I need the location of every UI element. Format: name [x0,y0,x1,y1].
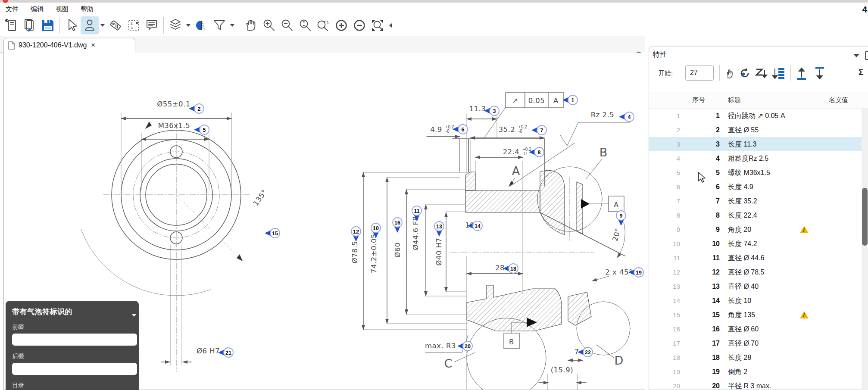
tab-close-icon[interactable]: × [91,41,95,50]
column-title[interactable]: 标题 [728,96,741,104]
scrollbar-thumb[interactable] [862,188,868,246]
table-row[interactable]: 33长度 11.311.3 [649,137,868,151]
table-row[interactable]: 1717直径 Ø 7070 [649,336,868,350]
table-row[interactable]: 1818长度 2828 [649,350,868,365]
start-label: 开始: [658,69,673,78]
pick-hand-icon[interactable] [723,66,736,81]
nominal-value: 28 [821,350,868,365]
balloon-number: 8 [690,208,720,222]
warning-icon [800,226,809,233]
toolbar-more-icon[interactable] [389,23,392,28]
table-row[interactable]: 44粗糙度Rz 2.5 [649,151,868,165]
stamp-dropdown-icon[interactable] [100,24,105,27]
stamp-balloon-icon[interactable] [81,16,99,34]
layers-dropdown-icon[interactable] [186,24,190,27]
move-top-icon[interactable] [795,66,809,81]
prefix-input[interactable] [12,334,137,346]
document-icon [8,41,15,50]
table-row[interactable]: 1616直径 Ø 6060 [649,322,868,336]
sum-icon[interactable]: Σ [859,68,863,77]
table-row[interactable]: 1313直径 Ø 4040 [649,279,868,293]
suffix-label: 后缀 [12,353,24,360]
table-row[interactable]: 77长度 35.235.2 [649,194,868,208]
table-row[interactable]: 66长度 4.94.9 [649,180,868,194]
row-index: 16 [665,322,680,336]
balloon-number: 13 [690,279,720,293]
table-row[interactable]: 1919倒角 22 [649,365,868,379]
new-document-icon[interactable] [3,16,21,34]
renumber-icon[interactable] [737,66,752,81]
zoom-selection-icon[interactable] [296,16,314,34]
zoom-in-icon[interactable] [260,16,278,34]
move-bottom-icon[interactable] [813,66,827,81]
balloon-number: 18 [690,350,720,365]
mirror-view-icon[interactable] [192,16,210,34]
directory-label: 目录 [12,382,24,390]
nominal-value: 40 [821,279,868,293]
table-row[interactable]: 1010长度 74.274.2 [649,237,868,251]
float-panel-collapse-icon[interactable] [131,314,137,317]
layers-icon[interactable] [166,16,184,34]
toolbar: 1A [3,16,394,35]
sort-list-icon[interactable] [771,66,787,81]
panel-scrollbar[interactable] [862,108,868,390]
panel-pin-icon[interactable] [865,51,868,60]
balloon-number: 17 [690,336,720,350]
zoom-out-icon[interactable] [278,16,296,34]
save-icon[interactable] [39,16,57,34]
characteristic-title: 直径 Ø 60 [728,322,818,336]
table-row[interactable]: 22直径 Ø 5555 [649,123,868,137]
characteristic-title: 直径 Ø 40 [728,279,818,293]
filter-dropdown-icon[interactable] [230,24,234,27]
balloon-number: 20 [690,379,720,390]
table-row[interactable]: 55螺纹 M36x1.5 [649,165,868,180]
menu-help[interactable]: 帮助 [81,3,94,15]
version-text: 4. [862,4,868,15]
table-row[interactable]: 1414长度 1010 [649,293,868,308]
menubar: 文件 编辑 视图 帮助 [0,3,94,15]
tab-drawing[interactable]: 930-1200-406-V1.dwg × [3,38,135,53]
characteristic-title: 螺纹 M36x1.5 [728,165,818,180]
row-index: 5 [665,165,680,180]
tag-icon[interactable] [106,16,125,34]
increase-icon[interactable] [332,16,350,34]
table-row[interactable]: 88长度 22.422.4 [649,208,868,222]
open-document-icon[interactable] [21,16,39,34]
close-window-icon[interactable] [3,0,8,3]
panel-collapse-icon[interactable] [853,54,859,57]
balloon-number: 3 [690,137,720,151]
prefix-label: 前缀 [12,323,24,331]
menu-edit[interactable]: 编辑 [31,3,44,15]
column-nominal[interactable]: 名义值 [829,96,848,104]
tab-label: 930-1200-406-V1.dwg [19,41,87,49]
toolbar-separator [59,17,60,34]
zoom-window-icon[interactable] [314,16,332,34]
zoom-extents-icon[interactable] [368,16,387,34]
menu-file[interactable]: 文件 [6,3,19,15]
filter-icon[interactable] [210,16,228,34]
table-row[interactable]: 11径向跳动 ↗ 0.05 A [649,109,868,123]
table-row[interactable]: 2020半径 R 3 max. [649,379,868,390]
nominal-value: 55 [821,123,868,137]
row-index: 6 [665,180,680,194]
nominal-value: 4.9 [821,180,868,194]
float-panel-title: 带有气泡符标识的 [12,307,72,317]
table-row[interactable]: 1212直径 Ø 78.578.5 [649,265,868,279]
start-number-input[interactable] [685,65,714,81]
balloon-number: 10 [690,237,720,251]
column-index[interactable]: 序号 [692,96,705,104]
row-index: 17 [665,336,680,350]
table-row[interactable]: 1515角度 135135 [649,308,868,322]
table-row[interactable]: 1111直径 Ø 44.644.6 [649,251,868,265]
row-index: 1 [665,109,680,123]
row-index: 7 [665,194,680,208]
zone-select-icon[interactable]: 1A [125,16,143,34]
pan-hand-icon[interactable] [242,16,260,34]
menu-view[interactable]: 视图 [56,3,69,15]
comment-icon[interactable] [143,16,161,34]
sort-z-icon[interactable] [754,66,768,81]
suffix-input[interactable] [12,363,137,375]
table-row[interactable]: 99角度 2020 [649,222,868,237]
select-cursor-icon[interactable] [62,16,81,34]
decrease-icon[interactable] [350,16,368,34]
